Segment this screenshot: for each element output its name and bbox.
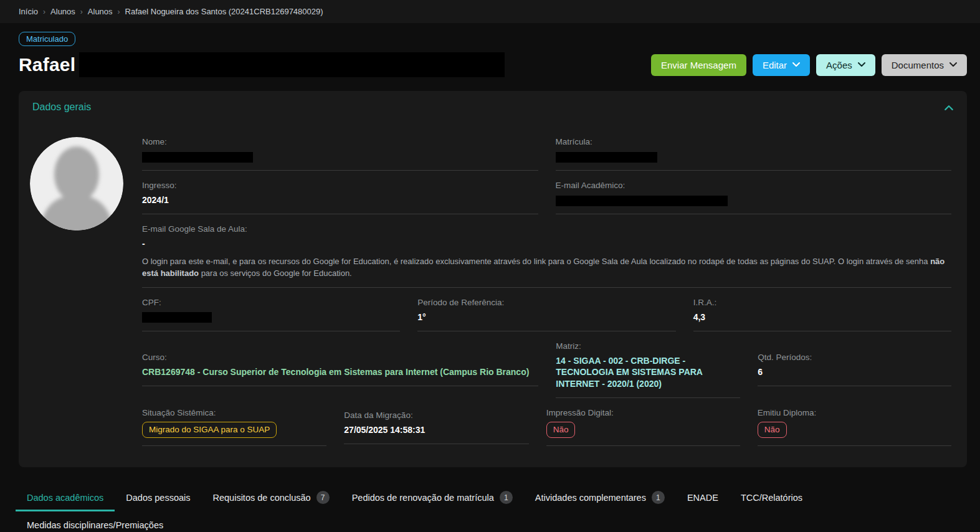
chevron-down-icon [949,62,957,67]
field-emitiu-diploma-label: Emitiu Diploma: [758,408,951,417]
send-message-button[interactable]: Enviar Mensagem [651,54,746,76]
field-matricula-label: Matrícula: [556,137,952,146]
emitiu-diploma-chip: Não [758,422,787,438]
field-email-google-value: - [142,238,951,250]
field-ira: I.R.A.: 4,3 [693,293,951,331]
tabs: Dados acadêmicos Dados pessoais Requisit… [16,483,967,532]
tab-row-1: Dados acadêmicos Dados pessoais Requisit… [16,483,967,532]
field-impressao-digital: Impressão Digital: Não [546,403,740,446]
note-part-2: para os serviços do Google for Education… [199,268,352,278]
field-nome: Nome: [142,132,538,171]
field-periodo-referencia-value: 1° [417,311,675,323]
field-situacao-sistemica: Situação Sistêmica: Migrado do SIGAA par… [142,403,326,446]
breadcrumb: Início›Alunos›Alunos›Rafael Nogueira dos… [0,0,980,23]
field-data-migracao-value: 27/05/2025 14:58:31 [344,424,528,436]
field-ingresso-value: 2024/1 [142,194,538,206]
tab-label: TCC/Relatórios [741,493,802,503]
field-matriz-label: Matriz: [556,341,740,351]
general-data-panel-title: Dados gerais [32,102,91,113]
tab-label: ENADE [687,493,718,503]
field-periodo-referencia: Período de Referência: 1° [417,293,675,331]
field-curso-label: Curso: [142,353,538,362]
breadcrumb-link-alunos[interactable]: Alunos [50,7,75,16]
curso-link[interactable]: CRB1269748 - Curso Superior de Tecnologi… [142,367,529,377]
field-situacao-sistemica-label: Situação Sistêmica: [142,408,326,417]
redacted-value [142,312,212,323]
redacted-value [556,196,728,206]
field-qtd-periodos-label: Qtd. Períodos: [758,353,951,362]
tab-label: Requisitos de conclusão [213,493,311,503]
breadcrumb-link-inicio[interactable]: Início [19,7,38,16]
breadcrumb-link-alunos-2[interactable]: Alunos [88,7,113,16]
field-email-academico-label: E-mail Acadêmico: [556,181,952,190]
page-header: Rafael Enviar Mensagem Editar Ações Docu… [0,46,980,77]
breadcrumb-separator: › [80,7,83,16]
impressao-digital-chip: Não [546,422,576,438]
avatar [30,137,123,230]
tab-label: Medidas disciplinares/Premiações [27,520,163,530]
field-data-migracao-label: Data da Migração: [344,411,528,420]
tab-label: Atividades complementares [535,493,646,503]
field-matriz: Matriz: 14 - SIGAA - 002 - CRB-DIRGE - T… [556,336,740,399]
field-curso: Curso: CRB1269748 - Curso Superior de Te… [142,348,538,386]
redacted-name-block [79,52,505,77]
redacted-value [556,152,657,163]
field-ingresso-label: Ingresso: [142,181,538,190]
actions-button[interactable]: Ações [816,54,875,76]
avatar-column [30,132,136,451]
title-area: Rafael [19,52,505,77]
breadcrumb-current: Rafael Nogueira dos Santos (20241CRB1269… [125,7,323,16]
actions-label: Ações [826,60,852,70]
field-qtd-periodos-value: 6 [758,366,951,378]
chevron-down-icon [792,62,800,67]
tab-enade[interactable]: ENADE [676,485,730,511]
situacao-sistemica-chip: Migrado do SIGAA para o SUAP [142,422,277,438]
tab-tcc-relatorios[interactable]: TCC/Relatórios [730,485,814,511]
note-part-1: O login para este e-mail, e para os recu… [142,257,930,266]
field-ingresso: Ingresso: 2024/1 [142,176,538,214]
matriz-link[interactable]: 14 - SIGAA - 002 - CRB-DIRGE - TECNOLOGI… [556,356,702,389]
field-email-google-label: E-mail Google Sala de Aula: [142,224,951,234]
breadcrumb-separator: › [118,7,120,16]
tab-atividades-complementares[interactable]: Atividades complementares1 [524,483,676,513]
google-education-note: O login para este e-mail, e para os recu… [142,255,951,280]
documents-label: Documentos [892,60,944,70]
fields-area: Nome: Matrícula: Ingresso: 2024/1 E-mail… [142,132,951,451]
field-ira-value: 4,3 [693,311,951,323]
field-impressao-digital-label: Impressão Digital: [546,408,740,417]
tab-dados-academicos[interactable]: Dados acadêmicos [16,485,115,511]
field-data-migracao: Data da Migração: 27/05/2025 14:58:31 [344,406,528,444]
tab-label: Pedidos de renovação de matrícula [352,493,494,503]
documents-button[interactable]: Documentos [882,54,967,76]
general-data-panel-header: Dados gerais [19,91,967,123]
edit-button[interactable]: Editar [753,54,810,76]
tab-pedidos-renovacao-matricula[interactable]: Pedidos de renovação de matrícula1 [341,483,524,513]
field-nome-label: Nome: [142,137,538,146]
edit-label: Editar [763,60,787,70]
field-cpf: CPF: [142,293,400,331]
chevron-up-icon [944,103,953,112]
field-emitiu-diploma: Emitiu Diploma: Não [758,403,951,446]
tab-count-badge: 1 [652,491,665,504]
chevron-down-icon [858,62,865,67]
collapse-panel-button[interactable] [944,103,953,112]
send-message-label: Enviar Mensagem [661,60,736,70]
tab-medidas-disciplinares[interactable]: Medidas disciplinares/Premiações [16,513,174,532]
field-cpf-label: CPF: [142,298,400,307]
page-title: Rafael [19,54,75,75]
field-qtd-periodos: Qtd. Períodos: 6 [758,348,951,386]
field-ira-label: I.R.A.: [693,298,951,307]
redacted-value [142,152,253,163]
field-matricula: Matrícula: [556,132,952,171]
general-data-panel: Dados gerais [19,91,967,467]
tab-count-badge: 7 [316,491,330,504]
field-email-google: E-mail Google Sala de Aula: - O login pa… [142,219,951,288]
field-email-academico: E-mail Acadêmico: [556,176,952,214]
tab-dados-pessoais[interactable]: Dados pessoais [115,485,201,511]
tab-label: Dados acadêmicos [27,493,103,503]
tab-label: Dados pessoais [126,493,190,503]
breadcrumb-separator: › [43,7,45,16]
tab-requisitos-conclusao[interactable]: Requisitos de conclusão7 [202,483,341,513]
header-actions: Enviar Mensagem Editar Ações Documentos [651,54,967,76]
field-periodo-referencia-label: Período de Referência: [417,298,675,307]
